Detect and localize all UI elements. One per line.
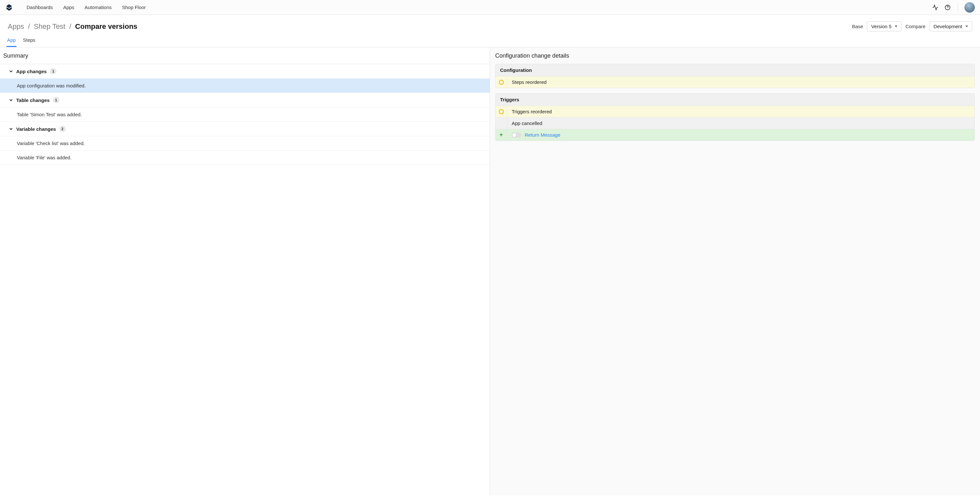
- group-count-badge: 2: [59, 125, 66, 132]
- activity-icon[interactable]: [932, 4, 939, 11]
- base-label: Base: [852, 24, 863, 29]
- version-controls: Base Version 5 Compare Development: [852, 21, 972, 32]
- details-title: Configuration change details: [490, 47, 980, 64]
- summary-item[interactable]: App configuration was modified.: [0, 79, 490, 93]
- group-header-label: Variable changes: [16, 126, 56, 132]
- chevron-down-icon: [9, 127, 13, 131]
- group-app-changes[interactable]: App changes 1: [0, 64, 490, 79]
- chevron-down-icon: [9, 69, 13, 73]
- detail-row-link[interactable]: Return Message: [525, 132, 560, 138]
- modified-icon: [495, 106, 507, 117]
- detail-head: Configuration: [495, 64, 975, 76]
- avatar[interactable]: [964, 2, 975, 13]
- nav-shopfloor[interactable]: Shop Floor: [122, 5, 145, 10]
- base-version-select[interactable]: Version 5: [867, 21, 902, 32]
- detail-row[interactable]: App cancelled: [495, 117, 975, 129]
- chevron-down-icon: [9, 98, 13, 102]
- breadcrumb: Apps / Shep Test / Compare versions: [8, 22, 137, 31]
- svg-point-1: [947, 8, 948, 9]
- summary-item[interactable]: Variable 'Check list' was added.: [0, 136, 490, 151]
- topbar-left: Dashboards Apps Automations Shop Floor: [5, 3, 146, 11]
- nav-links: Dashboards Apps Automations Shop Floor: [27, 5, 146, 10]
- compare-label: Compare: [905, 24, 926, 29]
- nav-apps[interactable]: Apps: [63, 5, 74, 10]
- modified-icon: [495, 76, 507, 88]
- tabs: App Steps: [0, 35, 980, 47]
- compare-version-value: Development: [934, 24, 962, 29]
- detail-row-text: App cancelled: [507, 117, 975, 129]
- added-icon: +: [495, 129, 507, 141]
- nav-automations[interactable]: Automations: [84, 5, 111, 10]
- summary-item[interactable]: Table 'Simon Test' was added.: [0, 108, 490, 122]
- neutral-icon: [495, 117, 507, 129]
- details-pane: Configuration change details Configurati…: [490, 47, 980, 495]
- summary-title: Summary: [0, 47, 490, 64]
- detail-row[interactable]: Steps reordered: [495, 76, 975, 88]
- nav-dashboards[interactable]: Dashboards: [27, 5, 53, 10]
- detail-row-text: Return Message: [507, 129, 975, 141]
- topbar-divider: [958, 3, 958, 12]
- group-count-badge: 1: [50, 68, 56, 75]
- breadcrumb-current: Compare versions: [75, 22, 137, 31]
- toggle-switch[interactable]: [512, 132, 522, 138]
- detail-section-configuration: Configuration Steps reordered: [495, 64, 975, 88]
- base-version-value: Version 5: [871, 24, 891, 29]
- chevron-down-icon: [966, 25, 968, 27]
- group-header-label: Table changes: [16, 97, 49, 103]
- detail-row[interactable]: + Return Message: [495, 129, 975, 141]
- breadcrumb-app-name[interactable]: Shep Test: [34, 22, 65, 31]
- group-table-changes[interactable]: Table changes 1: [0, 93, 490, 108]
- help-icon[interactable]: [944, 4, 951, 11]
- breadcrumb-apps[interactable]: Apps: [8, 22, 24, 31]
- detail-row[interactable]: Triggers reordered: [495, 106, 975, 117]
- compare-version-select[interactable]: Development: [929, 21, 972, 32]
- tab-steps[interactable]: Steps: [22, 35, 36, 47]
- chevron-down-icon: [895, 25, 897, 27]
- breadcrumb-sep: /: [28, 22, 30, 31]
- detail-head: Triggers: [495, 94, 975, 106]
- group-header-label: App changes: [16, 69, 47, 74]
- tab-app[interactable]: App: [6, 35, 16, 47]
- group-count-badge: 1: [53, 97, 59, 103]
- detail-row-text: Steps reordered: [507, 76, 975, 88]
- topbar: Dashboards Apps Automations Shop Floor: [0, 0, 980, 15]
- header-row: Apps / Shep Test / Compare versions Base…: [0, 15, 980, 35]
- breadcrumb-sep: /: [69, 22, 71, 31]
- detail-section-triggers: Triggers Triggers reordered App cancelle…: [495, 93, 975, 141]
- detail-row-text: Triggers reordered: [507, 106, 975, 117]
- group-variable-changes[interactable]: Variable changes 2: [0, 122, 490, 136]
- summary-item[interactable]: Variable 'File' was added.: [0, 151, 490, 165]
- topbar-right: [932, 2, 975, 13]
- content: Summary App changes 1 App configuration …: [0, 47, 980, 495]
- brand-logo-icon[interactable]: [5, 3, 13, 11]
- summary-pane: Summary App changes 1 App configuration …: [0, 47, 490, 495]
